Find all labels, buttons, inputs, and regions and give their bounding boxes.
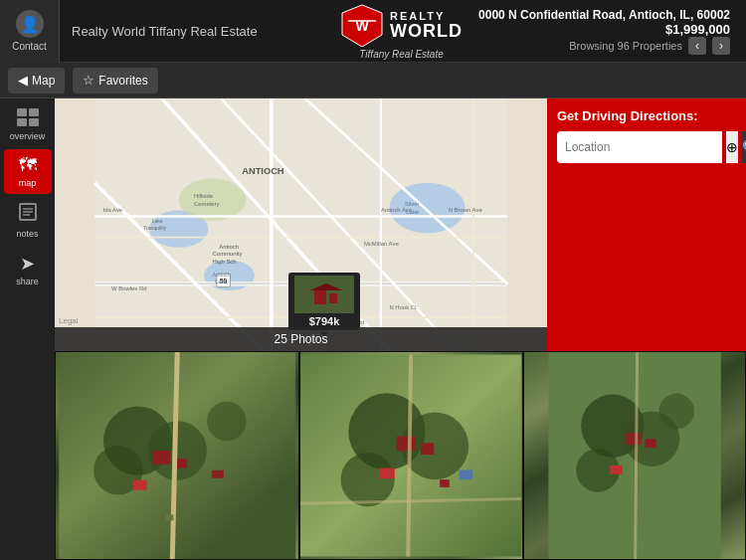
- svg-text:High Sch.: High Sch.: [213, 259, 239, 265]
- aerial-photo-3: [524, 352, 745, 559]
- map-right-row: W Bowles Rd W Grimm Rd Ida Ave Antioch A…: [55, 98, 746, 351]
- logo-box: W REALTY WORLD: [340, 3, 463, 47]
- svg-text:Silver: Silver: [405, 201, 420, 207]
- photos-section: [55, 351, 746, 560]
- svg-text:Community: Community: [213, 251, 243, 257]
- overview-icon: [17, 108, 39, 129]
- svg-rect-84: [625, 433, 641, 445]
- aerial-photo-2: [300, 352, 521, 559]
- svg-point-14: [204, 261, 255, 290]
- directions-title: Get Driving Directions:: [557, 108, 736, 123]
- svg-rect-76: [460, 469, 473, 479]
- svg-point-61: [207, 402, 247, 442]
- header-title: Realty World Tiffany Real Estate: [60, 24, 324, 39]
- map-label: map: [19, 178, 37, 188]
- rw-shield-icon: W: [340, 3, 384, 47]
- logo-world: WORLD: [390, 22, 463, 40]
- svg-point-13: [149, 211, 208, 248]
- svg-rect-62: [152, 451, 170, 465]
- aerial-photo-1: [56, 352, 298, 559]
- legal-text: Legal: [59, 316, 79, 325]
- svg-text:Antioch Ave: Antioch Ave: [381, 207, 413, 213]
- svg-text:Tranquility: Tranquility: [143, 225, 167, 231]
- svg-line-22: [305, 98, 507, 283]
- svg-rect-74: [380, 468, 395, 479]
- svg-text:Lake: Lake: [406, 209, 420, 215]
- photo-panel-2[interactable]: [299, 351, 522, 560]
- directions-input-row: ⊕ 🔍: [557, 131, 736, 163]
- main-content: overview 🗺 map notes ➤ share: [0, 98, 746, 560]
- svg-text:Antioch: Antioch: [219, 244, 239, 250]
- prev-arrow[interactable]: ‹: [688, 37, 706, 55]
- share-icon: ➤: [20, 253, 35, 275]
- map-canvas: W Bowles Rd W Grimm Rd Ida Ave Antioch A…: [55, 98, 547, 351]
- search-icon: 🔍: [742, 139, 746, 155]
- pin-price: $794k: [309, 315, 340, 327]
- svg-rect-86: [610, 466, 623, 474]
- sidebar-item-share[interactable]: ➤ share: [4, 247, 52, 292]
- svg-line-19: [94, 183, 263, 351]
- svg-rect-64: [133, 480, 147, 490]
- svg-rect-72: [397, 437, 416, 451]
- map-area[interactable]: W Bowles Rd W Grimm Rd Ida Ave Antioch A…: [55, 98, 547, 351]
- svg-rect-6: [17, 118, 27, 126]
- contact-label: Contact: [12, 41, 46, 52]
- star-icon: ☆: [83, 73, 94, 88]
- contact-button[interactable]: 👤 Contact: [0, 0, 60, 63]
- search-button[interactable]: 🔍: [742, 131, 746, 163]
- center-column: W Bowles Rd W Grimm Rd Ida Ave Antioch A…: [55, 98, 746, 560]
- svg-point-16: [179, 178, 247, 220]
- header: 👤 Contact Realty World Tiffany Real Esta…: [0, 0, 746, 63]
- svg-text:ANTIOCH: ANTIOCH: [242, 166, 284, 176]
- gps-button[interactable]: ⊕: [726, 131, 738, 163]
- subheader: ◀ Map ☆ Favorites: [0, 63, 746, 98]
- svg-text:McMillan Ave: McMillan Ave: [364, 241, 399, 247]
- sidebar-item-overview[interactable]: overview: [4, 102, 52, 147]
- share-label: share: [16, 277, 39, 286]
- favorites-button[interactable]: ☆ Favorites: [73, 68, 157, 93]
- svg-text:N Brown Ave: N Brown Ave: [449, 207, 483, 213]
- svg-rect-54: [329, 293, 337, 303]
- photos-bar[interactable]: 25 Photos: [55, 327, 547, 351]
- svg-rect-75: [441, 479, 451, 487]
- map-pin-thumbnail: [294, 276, 354, 313]
- svg-text:Hillside: Hillside: [194, 193, 214, 199]
- photo-panel-1[interactable]: [55, 351, 299, 560]
- map-icon: 🗺: [19, 155, 37, 176]
- notes-icon: [18, 202, 38, 227]
- map-button[interactable]: ◀ Map: [8, 68, 65, 93]
- svg-point-15: [389, 183, 465, 234]
- back-arrow-icon: ◀: [18, 73, 28, 88]
- svg-text:59: 59: [220, 278, 228, 284]
- svg-rect-35: [217, 274, 231, 287]
- svg-text:Ida Ave: Ida Ave: [103, 207, 123, 213]
- svg-rect-5: [29, 108, 39, 116]
- svg-rect-4: [17, 108, 27, 116]
- svg-rect-67: [165, 514, 173, 520]
- location-input[interactable]: [557, 131, 722, 163]
- svg-text:Cemetery: Cemetery: [194, 201, 220, 207]
- sidebar-item-notes[interactable]: notes: [4, 196, 52, 245]
- browse-count: Browsing 96 Properties ‹ ›: [478, 37, 730, 55]
- property-address: 0000 N Confidential Road, Antioch, IL, 6…: [478, 8, 730, 22]
- svg-rect-73: [421, 443, 435, 455]
- logo-sub: Tiffany Real Estate: [359, 49, 443, 60]
- svg-text:N Hook Ct: N Hook Ct: [389, 304, 417, 310]
- logo-realty: REALTY: [390, 10, 463, 22]
- svg-text:Antioch: Antioch: [213, 272, 231, 278]
- sidebar: overview 🗺 map notes ➤ share: [0, 98, 55, 560]
- svg-line-87: [635, 352, 637, 559]
- contact-avatar: 👤: [16, 10, 44, 38]
- address-area: 0000 N Confidential Road, Antioch, IL, 6…: [478, 8, 746, 55]
- sidebar-item-map[interactable]: 🗺 map: [4, 149, 52, 194]
- next-arrow[interactable]: ›: [712, 37, 730, 55]
- svg-text:Lake: Lake: [215, 279, 227, 284]
- map-pin[interactable]: $794k: [288, 273, 360, 330]
- photo-panel-3[interactable]: [523, 351, 746, 560]
- svg-text:W Bowles Rd: W Bowles Rd: [111, 285, 146, 291]
- svg-rect-7: [29, 118, 39, 126]
- logo-text: REALTY WORLD: [390, 10, 463, 40]
- logo-area: W REALTY WORLD Tiffany Real Estate: [324, 0, 478, 64]
- right-panel: Get Driving Directions: ⊕ 🔍: [547, 98, 746, 351]
- gps-icon: ⊕: [726, 139, 738, 155]
